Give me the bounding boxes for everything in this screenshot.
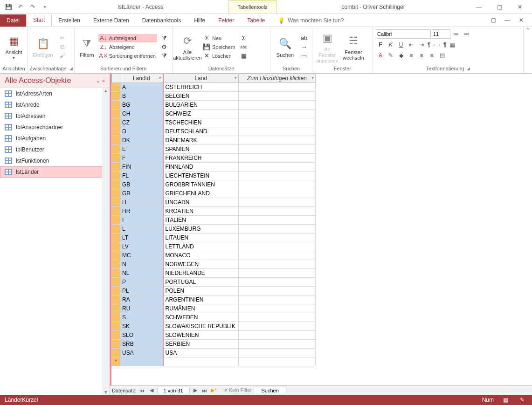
cell-land[interactable]: RUMÄNIEN (163, 304, 239, 313)
row-selector[interactable] (112, 110, 120, 118)
filter-button[interactable]: ⧩ Filtern (77, 36, 97, 58)
table-row[interactable]: FINFINNLAND (112, 163, 316, 172)
cell-landid[interactable]: CZ (120, 118, 163, 127)
cell-land[interactable]: SCHWEDEN (163, 313, 239, 322)
cell-add[interactable] (239, 251, 316, 260)
cell-landid[interactable]: MC (120, 251, 163, 260)
row-selector[interactable] (112, 145, 120, 154)
cell-landid[interactable]: N (120, 260, 163, 269)
cell-land[interactable]: UNGARN (163, 198, 239, 207)
tab-start[interactable]: Start (26, 14, 52, 27)
save-record-button[interactable]: 💾Speichern (201, 43, 237, 51)
navpane-item[interactable]: lstAnrede (0, 99, 110, 110)
cell-add[interactable] (239, 127, 316, 136)
view-button[interactable]: ▦ Ansicht ▼ (3, 34, 25, 60)
cell-landid[interactable]: LV (120, 242, 163, 251)
cell-add[interactable] (239, 295, 316, 304)
row-selector-new[interactable] (112, 357, 120, 366)
navpane-item[interactable]: tblAufgaben (0, 133, 110, 144)
cell-land[interactable]: USA (163, 349, 239, 357)
row-selector[interactable] (112, 207, 120, 216)
copy-button[interactable]: ⧉ (57, 43, 67, 51)
table-row[interactable]: DKDÄNEMARK (112, 136, 316, 145)
refresh-all-button[interactable]: ⟳ Alle aktualisieren (175, 34, 200, 61)
mdi-close-button[interactable]: ✕ (515, 14, 527, 27)
table-row[interactable]: SKSLOWAKISCHE REPUBLIK (112, 322, 316, 331)
row-selector[interactable] (112, 198, 120, 207)
cell-land[interactable]: DÄNEMARK (163, 136, 239, 145)
cell-add[interactable] (239, 189, 316, 198)
table-row[interactable]: AÖSTERREICH (112, 83, 316, 92)
cell-add[interactable] (239, 357, 316, 366)
ribbon-collapse-button[interactable]: ⌃ (524, 27, 532, 73)
sort-ascending-button[interactable]: A↓Aufsteigend (98, 34, 157, 42)
italic-button[interactable]: K (386, 40, 395, 49)
cell-land[interactable]: DEUTSCHLAND (163, 127, 239, 136)
advanced-filter-button[interactable]: ⚙ (159, 43, 169, 51)
cell-land[interactable]: SERBIEN (163, 340, 239, 349)
cell-landid[interactable]: HR (120, 207, 163, 216)
table-row[interactable]: LLUXEMBURG (112, 225, 316, 233)
cell-land[interactable]: BELGIEN (163, 92, 239, 101)
new-row[interactable] (112, 357, 316, 366)
selection-filter-button[interactable]: ⧩ (159, 34, 169, 42)
indent-decrease-button[interactable]: ⇤ (407, 40, 416, 49)
cell-land[interactable] (163, 357, 239, 366)
cell-add[interactable] (239, 340, 316, 349)
cell-add[interactable] (239, 180, 316, 189)
cell-landid[interactable]: RU (120, 304, 163, 313)
cell-add[interactable] (239, 242, 316, 251)
save-icon[interactable]: 💾 (3, 1, 14, 13)
cell-add[interactable] (239, 110, 316, 118)
cell-land[interactable]: SLOWAKISCHE REPUBLIK (163, 322, 239, 331)
new-record-nav-button[interactable]: ▶* (210, 387, 218, 394)
table-row[interactable]: LTLITAUEN (112, 233, 316, 242)
dialog-launcher-icon[interactable]: ◢ (69, 66, 73, 71)
prev-record-button[interactable]: ◀ (148, 387, 155, 394)
cell-landid[interactable]: SK (120, 322, 163, 331)
navpane-item[interactable]: lstAdressArten (0, 88, 110, 99)
row-selector[interactable] (112, 180, 120, 189)
cell-add[interactable] (239, 225, 316, 233)
table-row[interactable]: FLLIECHTENSTEIN (112, 172, 316, 180)
indent-increase-button[interactable]: ⇥ (417, 40, 426, 49)
navpane-item[interactable]: lstFunktionen (0, 155, 110, 166)
paste-button[interactable]: 📋 Einfügen (31, 36, 55, 58)
toggle-filter-button[interactable]: ⧩ (159, 52, 169, 60)
align-center-button[interactable]: ≡ (417, 51, 426, 60)
table-row[interactable]: HRKROATIEN (112, 207, 316, 216)
row-selector[interactable] (112, 172, 120, 180)
datasheet-view-button[interactable]: ▦ (500, 396, 511, 404)
column-header-landid[interactable]: LandId▾ (120, 74, 163, 83)
cell-land[interactable]: TSCHECHIEN (163, 118, 239, 127)
align-left-button[interactable]: ≡ (407, 51, 416, 60)
totals-button[interactable]: Σ (239, 34, 249, 42)
column-dropdown-icon[interactable]: ▾ (159, 76, 161, 80)
font-size-select[interactable] (432, 29, 450, 39)
cell-land[interactable]: GRIECHENLAND (163, 189, 239, 198)
underline-button[interactable]: U (396, 40, 406, 49)
navpane-scrollbar[interactable]: ▲▼ (102, 88, 110, 395)
align-right-button[interactable]: ≡ (427, 51, 436, 60)
row-selector[interactable] (112, 304, 120, 313)
table-row[interactable]: GBGROßBRITANNIEN (112, 180, 316, 189)
alternate-row-button[interactable]: ▤ (437, 51, 447, 60)
navpane-item[interactable]: tblBenutzer (0, 144, 110, 155)
cut-button[interactable]: ✂ (57, 34, 67, 42)
undo-icon[interactable]: ↶ (15, 1, 26, 13)
cell-land[interactable]: POLEN (163, 287, 239, 295)
cell-landid[interactable]: S (120, 313, 163, 322)
table-row[interactable]: FFRANKREICH (112, 154, 316, 163)
cell-add[interactable] (239, 207, 316, 216)
navpane-item[interactable]: tblAnsprechpartner (0, 122, 110, 133)
row-selector[interactable] (112, 331, 120, 340)
fill-color-button[interactable]: ◆ (396, 51, 406, 60)
rtl-button[interactable]: ←¶ (437, 40, 447, 49)
cell-land[interactable]: PORTUGAL (163, 278, 239, 287)
cell-add[interactable] (239, 304, 316, 313)
tell-me-search[interactable]: 💡 Was möchten Sie tun? (271, 14, 350, 27)
row-selector[interactable] (112, 295, 120, 304)
navpane-header[interactable]: Alle Access-Objekte ⌄ « (0, 74, 110, 88)
cell-land[interactable]: NORWEGEN (163, 260, 239, 269)
table-row[interactable]: GRGRIECHENLAND (112, 189, 316, 198)
